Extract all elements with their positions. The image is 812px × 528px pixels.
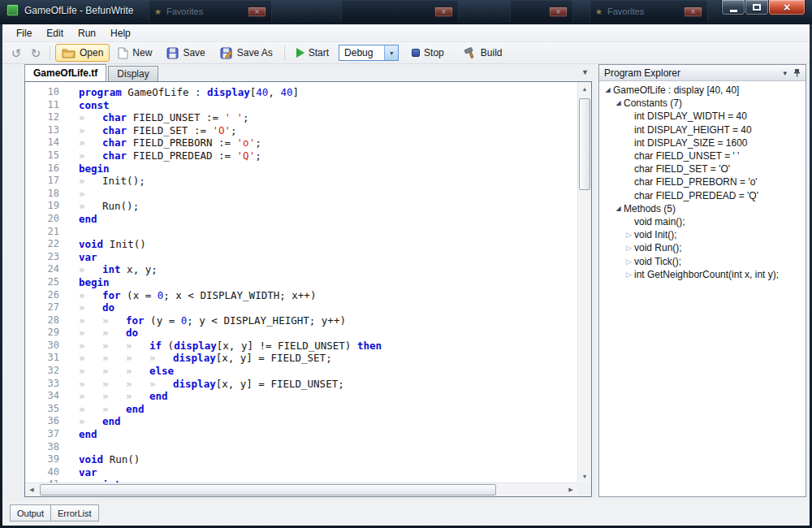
code-text: »»»»display[x, y] = FIELD_UNSET; (79, 378, 344, 391)
maximize-button[interactable] (745, 0, 769, 15)
code-line: 22void Init() (25, 238, 577, 251)
tree-item[interactable]: ▷void Init(); (599, 228, 806, 241)
tree-item[interactable]: ▷void Tick(); (599, 254, 806, 267)
panel-menu-icon[interactable]: ▾ (783, 69, 787, 77)
tab-whitespace-marker: » (126, 390, 149, 403)
tree-expander-icon[interactable]: ◢ (613, 205, 624, 213)
run-mode-select[interactable]: Debug ▼ (339, 45, 399, 61)
code-text: »for (x = 0; x < DISPLAY_WIDTH; x++) (79, 289, 316, 302)
close-icon[interactable]: × (248, 6, 266, 17)
pin-icon[interactable] (793, 68, 801, 77)
scroll-up-button[interactable]: ▲ (578, 82, 591, 95)
tree-item[interactable]: int DISPLAY_WIDTH = 40 (599, 110, 806, 123)
tree-item[interactable]: char FIELD_SET = 'O' (599, 162, 806, 175)
code-line: 10program GameOfLife : display[40, 40] (25, 86, 577, 99)
save-as-icon (220, 47, 233, 59)
code-text: »char FIELD_PREDEAD := 'Q'; (79, 149, 261, 162)
code-line: 25begin (25, 276, 577, 289)
undo-button[interactable]: ↺ (7, 44, 25, 62)
line-number: 29 (25, 327, 59, 340)
save-as-button[interactable]: Save As (214, 44, 279, 62)
code-text: »Run(); (79, 200, 139, 213)
background-window[interactable]: ★ Favorites × (149, 0, 272, 22)
tree-expander-icon[interactable]: ▷ (624, 270, 634, 279)
code-line: 16begin (25, 162, 577, 175)
menu-help[interactable]: Help (103, 26, 138, 41)
menu-file[interactable]: File (9, 26, 39, 41)
line-number: 23 (25, 251, 59, 264)
tree-item[interactable]: ▷void Run(); (599, 241, 806, 254)
window-body: File Edit Run Help ↺ ↻ Open New (2, 24, 810, 526)
tree-item[interactable]: ◢Methods (5) (599, 202, 806, 215)
open-button[interactable]: Open (55, 44, 110, 62)
chevron-down-icon[interactable]: ▼ (384, 45, 398, 60)
build-button[interactable]: Build (457, 44, 509, 62)
background-window[interactable]: × (341, 0, 459, 22)
code-text: »end (79, 415, 121, 428)
tree-item[interactable]: char FIELD_UNSET = ' ' (599, 149, 806, 162)
menu-run[interactable]: Run (71, 26, 103, 41)
code-editor[interactable]: 10program GameOfLife : display[40, 40]11… (24, 81, 592, 497)
tab-gameoflife[interactable]: GameOfLife.tf (24, 64, 106, 81)
save-button[interactable]: Save (160, 44, 211, 62)
new-button[interactable]: New (111, 44, 158, 62)
line-number: 12 (25, 111, 59, 124)
code-text: »do (79, 301, 114, 314)
background-window[interactable]: × (510, 0, 573, 22)
line-number: 33 (25, 378, 59, 391)
code-line: 30»»»if (display[x, y] != FIELD_UNSET) t… (25, 340, 577, 353)
tree-item[interactable]: int DISPLAY_SIZE = 1600 (599, 136, 806, 149)
horizontal-scrollbar[interactable]: ◀ ▶ (25, 483, 577, 496)
stop-button[interactable]: Stop (405, 44, 451, 62)
tree-item[interactable]: char FIELD_PREBORN = 'o' (599, 175, 806, 188)
tree-item[interactable]: ◢GameOfLife : display [40, 40] (599, 84, 806, 97)
tree-expander-icon[interactable]: ▷ (624, 231, 634, 239)
vertical-scrollbar-thumb[interactable] (579, 98, 590, 190)
close-icon[interactable]: × (434, 6, 453, 17)
tree-item[interactable]: ▷int GetNeighborCount(int x, int y); (599, 268, 806, 281)
redo-button[interactable]: ↻ (27, 44, 45, 62)
tab-overflow-icon[interactable]: ▼ (581, 68, 589, 76)
code-line: 17»Init(); (25, 175, 577, 188)
code-line: 14»char FIELD_PREBORN := 'o'; (25, 136, 577, 149)
tab-whitespace-marker: » (79, 352, 102, 365)
code-line: 33»»»»display[x, y] = FIELD_UNSET; (25, 378, 577, 391)
scroll-down-button[interactable]: ▼ (578, 470, 591, 483)
scroll-left-button[interactable]: ◀ (25, 483, 38, 496)
tree-expander-icon[interactable]: ◢ (613, 99, 624, 107)
tree-expander-icon[interactable]: ◢ (603, 86, 613, 94)
tab-whitespace-marker: » (102, 390, 126, 403)
code-line: 21 (25, 226, 577, 239)
save-button-label: Save (183, 47, 205, 58)
horizontal-scrollbar-thumb[interactable] (40, 484, 496, 496)
code-surface[interactable]: 10program GameOfLife : display[40, 40]11… (25, 82, 577, 483)
scroll-right-button[interactable]: ▶ (564, 483, 577, 496)
tab-whitespace-marker: » (79, 111, 102, 124)
minimize-button[interactable] (721, 0, 745, 15)
background-window[interactable]: ★ Favorites × (590, 0, 708, 22)
start-button[interactable]: Start (290, 44, 335, 62)
tree-item[interactable]: void main(); (599, 215, 806, 228)
line-number: 13 (25, 124, 59, 137)
close-icon[interactable]: × (684, 6, 702, 17)
tree-expander-icon[interactable]: ▷ (624, 258, 634, 266)
tab-output[interactable]: Output (10, 504, 51, 522)
close-button[interactable]: × (768, 0, 806, 15)
tab-whitespace-marker: » (102, 352, 126, 365)
tab-label: Output (17, 509, 44, 518)
line-number: 30 (25, 340, 59, 353)
tree-item[interactable]: ◢Constants (7) (599, 97, 806, 110)
tree-item-label: Constants (7) (624, 97, 682, 109)
close-icon[interactable]: × (549, 6, 568, 17)
tree-item[interactable]: int DISPLAY_HEIGHT = 40 (599, 123, 806, 136)
background-window-title: Favorites (607, 6, 644, 16)
tab-display[interactable]: Display (108, 66, 158, 81)
code-line: 24»int x, y; (25, 263, 577, 276)
code-line: 37end (25, 428, 577, 441)
tree-expander-icon[interactable]: ▷ (624, 244, 634, 252)
tree-item[interactable]: char FIELD_PREDEAD = 'Q' (599, 189, 806, 202)
vertical-scrollbar[interactable]: ▲ ▼ (577, 82, 591, 483)
tab-errorlist[interactable]: ErrorList (50, 504, 99, 522)
menu-edit[interactable]: Edit (39, 26, 71, 41)
code-text: »»»»display[x, y] = FIELD_SET; (79, 352, 332, 365)
